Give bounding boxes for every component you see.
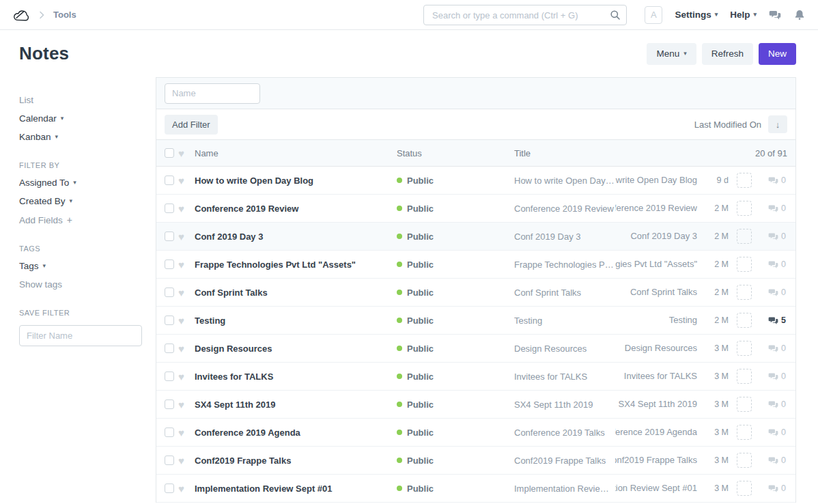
chat-icon[interactable] (769, 9, 781, 21)
column-header-title[interactable]: Title (514, 148, 755, 158)
row-checkbox[interactable] (165, 176, 174, 185)
table-row[interactable]: ♥ Implementation Review Sept #01 Public … (156, 475, 795, 503)
refresh-button[interactable]: Refresh (702, 43, 753, 65)
comments-cell[interactable]: 0 (752, 204, 787, 214)
sort-field-label[interactable]: Last Modified On (694, 120, 761, 130)
assign-placeholder[interactable] (737, 201, 752, 216)
row-checkbox[interactable] (165, 484, 174, 493)
avatar[interactable]: A (645, 6, 662, 24)
like-heart-icon[interactable]: ♥ (178, 428, 195, 438)
row-checkbox[interactable] (165, 428, 174, 437)
assign-placeholder[interactable] (737, 341, 752, 356)
comments-cell[interactable]: 0 (752, 288, 787, 298)
comments-cell[interactable]: 0 (752, 232, 787, 242)
note-name-link[interactable]: Conf 2019 Day 3 (195, 232, 397, 242)
row-checkbox[interactable] (165, 316, 174, 325)
comments-cell[interactable]: 0 (752, 176, 787, 186)
sidebar-item-calendar[interactable]: Calendar ▾ (19, 109, 156, 128)
row-checkbox[interactable] (165, 204, 174, 213)
menu-button[interactable]: Menu ▾ (647, 43, 696, 65)
assign-placeholder[interactable] (737, 313, 752, 328)
table-row[interactable]: ♥ Design Resources Public Design Resourc… (156, 335, 795, 363)
table-row[interactable]: ♥ How to write Open Day Blog Public How … (156, 167, 795, 195)
table-row[interactable]: ♥ SX4 Sept 11th 2019 Public SX4 Sept 11t… (156, 391, 795, 419)
row-checkbox[interactable] (165, 456, 174, 465)
note-name-link[interactable]: How to write Open Day Blog (195, 176, 397, 186)
comments-cell[interactable]: 5 (752, 316, 787, 326)
comments-cell[interactable]: 0 (752, 400, 787, 410)
app-logo-cloud-icon[interactable] (12, 8, 30, 23)
sidebar-item-show-tags[interactable]: Show tags (19, 275, 156, 294)
like-heart-icon[interactable]: ♥ (178, 288, 195, 298)
note-name-link[interactable]: Conf2019 Frappe Talks (195, 456, 397, 466)
comments-cell[interactable]: 0 (752, 484, 787, 494)
like-heart-icon[interactable]: ♥ (178, 316, 195, 326)
bell-icon[interactable] (793, 9, 806, 21)
assign-placeholder[interactable] (737, 285, 752, 300)
like-heart-icon[interactable]: ♥ (178, 260, 195, 270)
row-checkbox[interactable] (165, 232, 174, 241)
sidebar-item-assigned-to[interactable]: Assigned To ▾ (19, 173, 156, 192)
assign-placeholder[interactable] (737, 481, 752, 496)
like-heart-icon[interactable]: ♥ (178, 232, 195, 242)
sort-direction-button[interactable]: ↓ (768, 115, 787, 133)
sidebar-item-kanban[interactable]: Kanban ▾ (19, 128, 156, 146)
assign-placeholder[interactable] (737, 173, 752, 188)
comments-cell[interactable]: 0 (752, 260, 787, 270)
filter-name-input[interactable] (19, 325, 142, 346)
like-heart-icon[interactable]: ♥ (178, 204, 195, 214)
note-name-link[interactable]: Conf Sprint Talks (195, 288, 397, 298)
assign-placeholder[interactable] (737, 369, 752, 384)
search-input[interactable] (423, 5, 627, 25)
sidebar-item-add-fields[interactable]: Add Fields + (19, 210, 156, 229)
note-name-link[interactable]: Design Resources (195, 344, 397, 354)
name-filter-input[interactable] (165, 83, 260, 104)
like-heart-icon[interactable]: ♥ (178, 344, 195, 354)
table-row[interactable]: ♥ Conf 2019 Day 3 Public Conf 2019 Day 3… (156, 223, 795, 251)
row-checkbox[interactable] (165, 344, 174, 353)
row-count[interactable]: 20 of 91 (755, 148, 787, 158)
add-filter-button[interactable]: Add Filter (165, 115, 218, 135)
sidebar-item-list[interactable]: List (19, 91, 156, 109)
like-heart-icon[interactable]: ♥ (178, 372, 195, 382)
comments-cell[interactable]: 0 (752, 428, 787, 438)
table-row[interactable]: ♥ Invitees for TALKS Public Invitees for… (156, 363, 795, 391)
like-heart-icon[interactable]: ♥ (178, 456, 195, 466)
note-name-link[interactable]: Testing (195, 316, 397, 326)
comments-cell[interactable]: 0 (752, 344, 787, 354)
sidebar-item-created-by[interactable]: Created By ▾ (19, 192, 156, 210)
row-checkbox[interactable] (165, 288, 174, 297)
assign-placeholder[interactable] (737, 397, 752, 412)
table-row[interactable]: ♥ Conference 2019 Review Public Conferen… (156, 195, 795, 223)
table-row[interactable]: ♥ Conf2019 Frappe Talks Public Conf2019 … (156, 447, 795, 475)
like-heart-icon[interactable]: ♥ (178, 484, 195, 494)
assign-placeholder[interactable] (737, 453, 752, 468)
note-name-link[interactable]: Conference 2019 Review (195, 204, 397, 214)
new-button[interactable]: New (759, 43, 796, 65)
row-checkbox[interactable] (165, 372, 174, 381)
select-all-checkbox[interactable] (165, 148, 174, 158)
row-checkbox[interactable] (165, 260, 174, 269)
column-header-name[interactable]: Name (195, 148, 397, 158)
assign-placeholder[interactable] (737, 425, 752, 440)
note-name-link[interactable]: Conference 2019 Agenda (195, 428, 397, 438)
breadcrumb[interactable]: Tools (53, 10, 76, 20)
table-row[interactable]: ♥ Frappe Technologies Pvt Ltd "Assets" P… (156, 251, 795, 279)
assign-placeholder[interactable] (737, 257, 752, 272)
note-name-link[interactable]: Invitees for TALKS (195, 372, 397, 382)
assign-placeholder[interactable] (737, 229, 752, 244)
sidebar-item-tags[interactable]: Tags ▾ (19, 257, 156, 275)
like-heart-icon[interactable]: ♥ (178, 400, 195, 410)
settings-menu[interactable]: Settings ▾ (675, 10, 718, 20)
row-checkbox[interactable] (165, 400, 174, 409)
help-menu[interactable]: Help ▾ (730, 10, 757, 20)
note-name-link[interactable]: SX4 Sept 11th 2019 (195, 400, 397, 410)
comments-cell[interactable]: 0 (752, 456, 787, 466)
table-row[interactable]: ♥ Conference 2019 Agenda Public Conferen… (156, 419, 795, 447)
column-header-status[interactable]: Status (397, 148, 514, 158)
note-name-link[interactable]: Frappe Technologies Pvt Ltd "Assets" (195, 260, 397, 270)
table-row[interactable]: ♥ Testing Public Testing Testing 2 M (156, 307, 795, 335)
like-heart-icon[interactable]: ♥ (178, 176, 195, 186)
comments-cell[interactable]: 0 (752, 372, 787, 382)
table-row[interactable]: ♥ Conf Sprint Talks Public Conf Sprint T… (156, 279, 795, 307)
